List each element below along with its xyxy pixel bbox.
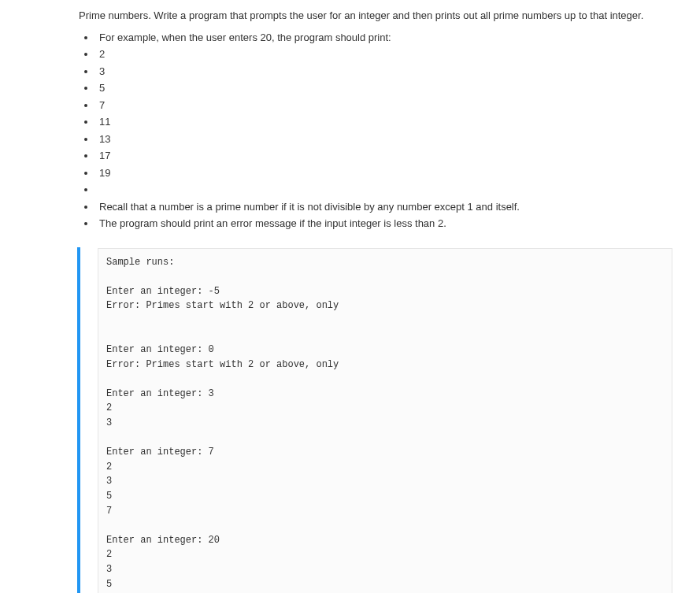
list-item: 5	[96, 80, 684, 96]
list-item: 17	[96, 148, 684, 164]
exercise-bullets: For example, when the user enters 20, th…	[79, 30, 684, 232]
exercise-content: Prime numbers. Write a program that prom…	[79, 8, 684, 593]
sample-callout: Sample runs: Enter an integer: -5 Error:…	[77, 247, 684, 594]
sample-runs: Sample runs: Enter an integer: -5 Error:…	[98, 248, 672, 594]
list-item: 11	[96, 114, 684, 130]
list-item: 3	[96, 64, 684, 80]
list-item: 2	[96, 46, 684, 62]
list-item: The program should print an error messag…	[96, 216, 684, 232]
list-item: Recall that a number is a prime number i…	[96, 199, 684, 215]
exercise-intro: Prime numbers. Write a program that prom…	[79, 8, 684, 24]
list-item: 7	[96, 98, 684, 113]
list-item: For example, when the user enters 20, th…	[96, 30, 684, 46]
list-item	[96, 182, 684, 198]
list-item: 13	[96, 132, 684, 147]
list-item: 19	[96, 165, 684, 181]
